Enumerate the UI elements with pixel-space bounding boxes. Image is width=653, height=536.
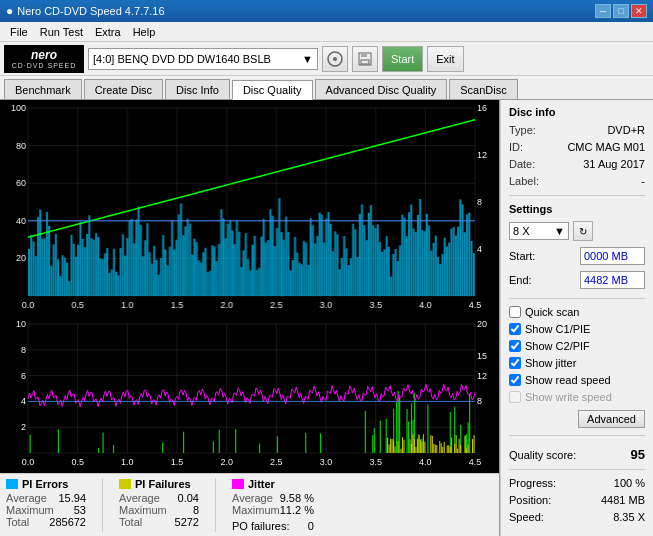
tab-disc-quality[interactable]: Disc Quality [232, 80, 313, 100]
show-jitter-checkbox[interactable] [509, 357, 521, 369]
pi-errors-avg-label: Average [6, 492, 47, 504]
app-subtitle: CD·DVD SPEED [12, 62, 77, 69]
chart-area: PI Errors Average 15.94 Maximum 53 Total… [0, 100, 500, 536]
position-label: Position: [509, 494, 551, 506]
settings-refresh-button[interactable]: ↻ [573, 221, 593, 241]
speed-dropdown-arrow: ▼ [554, 225, 565, 237]
jitter-color [232, 479, 244, 489]
window-title: Nero CD-DVD Speed 4.7.7.16 [17, 5, 164, 17]
show-c1-pie-checkbox[interactable] [509, 323, 521, 335]
pi-failures-max-value: 8 [193, 504, 199, 516]
quick-scan-checkbox[interactable] [509, 306, 521, 318]
jitter-stats: Jitter Average 9.58 % Maximum 11.2 % PO … [232, 478, 314, 532]
show-c2-pif-checkbox[interactable] [509, 340, 521, 352]
jitter-max-label: Maximum [232, 504, 280, 516]
show-c1-pie-label: Show C1/PIE [525, 323, 590, 335]
drive-label: [4:0] [93, 53, 114, 65]
show-read-speed-checkbox[interactable] [509, 374, 521, 386]
upper-chart [0, 100, 499, 316]
menu-bar: File Run Test Extra Help [0, 22, 653, 42]
minimize-button[interactable]: ─ [595, 4, 611, 18]
jitter-avg-label: Average [232, 492, 273, 504]
quick-scan-label: Quick scan [525, 306, 579, 318]
pi-failures-avg-label: Average [119, 492, 160, 504]
maximize-button[interactable]: □ [613, 4, 629, 18]
save-button[interactable] [352, 46, 378, 72]
show-write-speed-label: Show write speed [525, 391, 612, 403]
speed-label: Speed: [509, 511, 544, 523]
tab-bar: Benchmark Create Disc Disc Info Disc Qua… [0, 76, 653, 100]
tab-create-disc[interactable]: Create Disc [84, 79, 163, 99]
pi-failures-max-label: Maximum [119, 504, 167, 516]
po-failures-label: PO failures: [232, 520, 289, 532]
tab-advanced-disc-quality[interactable]: Advanced Disc Quality [315, 79, 448, 99]
type-label: Type: [509, 124, 536, 136]
date-label: Date: [509, 158, 535, 170]
menu-run-test[interactable]: Run Test [34, 24, 89, 40]
show-read-speed-label: Show read speed [525, 374, 611, 386]
speed-value: 8 X [513, 225, 530, 237]
tab-disc-info[interactable]: Disc Info [165, 79, 230, 99]
exit-button[interactable]: Exit [427, 46, 463, 72]
pi-errors-avg-value: 15.94 [58, 492, 86, 504]
speed-dropdown[interactable]: 8 X ▼ [509, 222, 569, 240]
svg-rect-4 [361, 60, 369, 64]
date-value: 31 Aug 2017 [583, 158, 645, 170]
jitter-avg-value: 9.58 % [280, 492, 314, 504]
id-value: CMC MAG M01 [567, 141, 645, 153]
tab-benchmark[interactable]: Benchmark [4, 79, 82, 99]
settings-title: Settings [509, 203, 645, 215]
menu-file[interactable]: File [4, 24, 34, 40]
disc-label-label: Label: [509, 175, 539, 187]
disc-info-title: Disc info [509, 106, 645, 118]
menu-extra[interactable]: Extra [89, 24, 127, 40]
start-mb-input[interactable] [580, 247, 645, 265]
position-value: 4481 MB [601, 494, 645, 506]
close-button[interactable]: ✕ [631, 4, 647, 18]
pi-failures-total-value: 5272 [175, 516, 199, 528]
quality-score-value: 95 [631, 447, 645, 462]
tab-scan-disc[interactable]: ScanDisc [449, 79, 517, 99]
disc-icon-button[interactable] [322, 46, 348, 72]
pi-errors-max-label: Maximum [6, 504, 54, 516]
toolbar: nero CD·DVD SPEED [4:0] BENQ DVD DD DW16… [0, 42, 653, 76]
pi-failures-total-label: Total [119, 516, 142, 528]
pi-failures-color [119, 479, 131, 489]
start-button[interactable]: Start [382, 46, 423, 72]
jitter-label: Jitter [248, 478, 275, 490]
pi-errors-total-label: Total [6, 516, 29, 528]
start-mb-label: Start: [509, 250, 535, 262]
show-write-speed-checkbox[interactable] [509, 391, 521, 403]
id-label: ID: [509, 141, 523, 153]
pi-errors-max-value: 53 [74, 504, 86, 516]
show-jitter-label: Show jitter [525, 357, 576, 369]
speed-value-display: 8.35 X [613, 511, 645, 523]
quality-score-label: Quality score: [509, 449, 576, 461]
pi-failures-label: PI Failures [135, 478, 191, 490]
title-bar: ● Nero CD-DVD Speed 4.7.7.16 ─ □ ✕ [0, 0, 653, 22]
po-failures-value: 0 [308, 520, 314, 532]
end-mb-input[interactable] [580, 271, 645, 289]
svg-point-1 [333, 57, 337, 61]
progress-value: 100 % [614, 477, 645, 489]
drive-select[interactable]: [4:0] BENQ DVD DD DW1640 BSLB ▼ [88, 48, 318, 70]
end-mb-label: End: [509, 274, 532, 286]
drive-name: BENQ DVD DD DW1640 BSLB [117, 53, 270, 65]
type-value: DVD+R [607, 124, 645, 136]
nero-logo-text: nero [31, 48, 57, 62]
progress-label: Progress: [509, 477, 556, 489]
lower-chart [0, 316, 499, 473]
main-content: PI Errors Average 15.94 Maximum 53 Total… [0, 100, 653, 536]
pi-errors-color [6, 479, 18, 489]
pi-errors-stats: PI Errors Average 15.94 Maximum 53 Total… [6, 478, 86, 532]
app-logo: nero CD·DVD SPEED [4, 45, 84, 73]
disc-label-value: - [641, 175, 645, 187]
advanced-button[interactable]: Advanced [578, 410, 645, 428]
stats-bar: PI Errors Average 15.94 Maximum 53 Total… [0, 473, 499, 536]
pi-errors-label: PI Errors [22, 478, 68, 490]
pi-errors-total-value: 285672 [49, 516, 86, 528]
menu-help[interactable]: Help [127, 24, 162, 40]
svg-rect-3 [361, 53, 367, 57]
pi-failures-stats: PI Failures Average 0.04 Maximum 8 Total… [119, 478, 199, 532]
jitter-max-value: 11.2 % [280, 504, 314, 516]
